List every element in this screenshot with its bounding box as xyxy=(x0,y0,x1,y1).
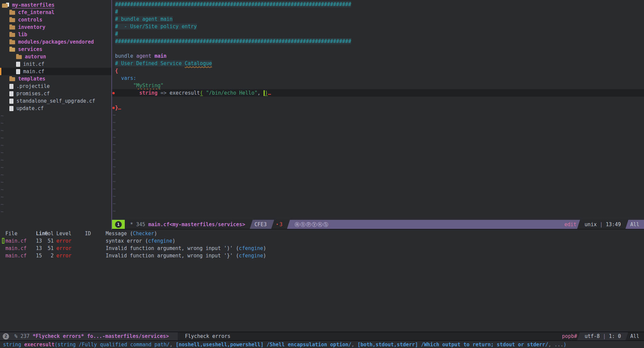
buffer-size: 237 xyxy=(20,333,30,340)
code-line-10[interactable]: { xyxy=(112,67,644,74)
file-icon xyxy=(9,99,13,104)
empty-line-tilde: ~ xyxy=(0,156,111,164)
col-header-col[interactable]: Col xyxy=(42,230,54,237)
scroll-position: All xyxy=(627,332,644,340)
line-col: 1: 0 xyxy=(609,333,621,340)
buffer-size: 345 xyxy=(136,221,145,228)
tree-item-modules-packages-vendored[interactable]: modules/packages/vendored xyxy=(0,38,111,46)
empty-line-tilde: ~ xyxy=(0,119,111,127)
code-line-11[interactable]: vars: xyxy=(112,74,644,82)
file-tree[interactable]: my-masterfilescfe_internalcontrolsinvent… xyxy=(0,0,111,230)
empty-line-tilde: ~ xyxy=(0,186,111,193)
folder-icon xyxy=(9,26,15,30)
col-header-line[interactable]: Line xyxy=(36,230,42,237)
window-number-badge: 1 xyxy=(112,220,125,229)
tree-item-promises-cf[interactable]: promises.cf xyxy=(0,90,111,97)
col-header-level[interactable]: Level xyxy=(54,230,85,237)
file-icon xyxy=(16,69,20,74)
flycheck-error-row-2[interactable]: main.cf1351errorInvalid function argumen… xyxy=(0,245,644,252)
folder-icon xyxy=(9,33,15,37)
flycheck-underline xyxy=(268,90,271,95)
window-number-2: 2 xyxy=(3,333,9,340)
code-line-12[interactable]: "MyString" xyxy=(112,82,644,89)
tree-item-my-masterfiles[interactable]: my-masterfiles xyxy=(0,1,111,9)
code-line-9[interactable]: # User Defined Service Catalogue xyxy=(112,60,644,67)
code-line-3[interactable]: # bundle agent main xyxy=(112,15,644,23)
folder-icon xyxy=(9,48,15,52)
flycheck-error-row-3[interactable]: main.cf152errorInvalid function argument… xyxy=(0,252,644,259)
code-line-7[interactable] xyxy=(112,45,644,52)
echo-area[interactable]: string execresult(string /Fully qualifie… xyxy=(0,341,644,348)
empty-line-tilde: ~ xyxy=(0,208,111,215)
tree-item-init-cf[interactable]: init.cf xyxy=(0,60,111,68)
buffer-name: main.cf<my-masterfiles/services> xyxy=(148,221,245,228)
tree-item-label: lib xyxy=(18,31,27,38)
modified-flag: * xyxy=(130,221,133,228)
code-line-13[interactable]: string => execresult( "/bin/echo Hello",… xyxy=(112,89,644,97)
tree-item-templates[interactable]: templates xyxy=(0,75,111,83)
empty-line-tilde: ~ xyxy=(112,178,644,185)
separator: | xyxy=(600,221,603,228)
major-mode-indicator[interactable]: Flycheck errors xyxy=(185,332,230,340)
empty-line-tilde: ~ xyxy=(112,148,644,156)
tree-item-label: standalone_self_upgrade.cf xyxy=(16,97,95,105)
editor-buffer[interactable]: ########################################… xyxy=(112,0,644,220)
tree-item-autorun[interactable]: autorun xyxy=(0,53,111,60)
empty-line-tilde: ~ xyxy=(112,111,644,119)
tree-item-label: services xyxy=(18,46,42,53)
empty-line-tilde: ~ xyxy=(0,201,111,208)
folder-icon xyxy=(9,18,15,22)
code-line-8[interactable]: bundle agent main xyxy=(112,52,644,60)
folder-icon xyxy=(16,55,22,59)
top-windows: my-masterfilescfe_internalcontrolsinvent… xyxy=(0,0,644,230)
modeline-flycheck: 2 % 237 *Flycheck errors* fo...-masterfi… xyxy=(0,332,644,341)
tree-item-services[interactable]: services xyxy=(0,46,111,53)
col-header-id[interactable]: ID xyxy=(85,230,106,237)
scroll-position: All xyxy=(627,220,644,229)
error-count: 3 xyxy=(279,221,282,228)
clock: 13:49 xyxy=(606,221,621,228)
tree-item-standalone-self-upgrade-cf[interactable]: standalone_self_upgrade.cf xyxy=(0,97,111,105)
tree-item-label: update.cf xyxy=(16,105,44,112)
tree-item-controls[interactable]: controls xyxy=(0,16,111,23)
col-header-message[interactable]: Message (Checker) xyxy=(106,230,644,237)
tree-item-label: cfe_internal xyxy=(18,9,54,16)
empty-line-tilde: ~ xyxy=(112,207,644,215)
file-icon xyxy=(9,84,13,89)
empty-line-tilde: ~ xyxy=(112,193,644,200)
folder-icon xyxy=(9,11,15,15)
tree-item-main-cf[interactable]: main.cf xyxy=(0,68,111,75)
window-number-1: 1 xyxy=(115,221,122,228)
tree-item-inventory[interactable]: inventory xyxy=(0,23,111,31)
error-message: syntax error (cfengine) xyxy=(106,237,644,245)
tree-item-label: init.cf xyxy=(23,60,44,68)
col-header-file[interactable]: File xyxy=(5,230,36,237)
flycheck-rows: main.cf1351errorsyntax error (cfengine)m… xyxy=(0,237,644,259)
tree-item-label: my-masterfiles xyxy=(12,1,54,9)
code-line-14[interactable] xyxy=(112,97,644,104)
tree-item-label: inventory xyxy=(18,23,45,31)
error-message: Invalid function argument, wrong input '… xyxy=(106,245,644,252)
tree-item-lib[interactable]: lib xyxy=(0,31,111,38)
flycheck-error-row-1[interactable]: main.cf1351errorsyntax error (cfengine) xyxy=(0,237,644,245)
code-line-2[interactable]: # xyxy=(112,8,644,15)
empty-line-tilde: ~ xyxy=(112,163,644,170)
project-root-icon xyxy=(2,3,9,8)
code-line-6[interactable]: ########################################… xyxy=(112,38,644,45)
modeline-main: 1 * 345 main.cf<my-masterfiles/services>… xyxy=(112,220,644,230)
flycheck-buffer-indicator: 2 % 237 *Flycheck errors* fo...-masterfi… xyxy=(0,332,178,340)
tree-item-label: controls xyxy=(18,16,42,23)
tree-item-update-cf[interactable]: update.cf xyxy=(0,105,111,112)
empty-line-tilde: ~ xyxy=(112,200,644,207)
empty-line-tilde: ~ xyxy=(0,193,111,201)
tree-item-cfe-internal[interactable]: cfe_internal xyxy=(0,9,111,16)
tree-item--projectile[interactable]: .projectile xyxy=(0,83,111,90)
folder-icon xyxy=(9,40,15,44)
code-line-1[interactable]: ########################################… xyxy=(112,1,644,8)
file-icon xyxy=(9,91,13,96)
code-line-4[interactable]: # - User/Site policy entry xyxy=(112,23,644,30)
code-line-15[interactable]: } xyxy=(112,104,644,111)
flycheck-error-list[interactable]: File Line Col Level ID Message (Checker)… xyxy=(0,230,644,332)
tree-item-label: .projectile xyxy=(16,83,50,90)
code-line-5[interactable]: # xyxy=(112,30,644,38)
